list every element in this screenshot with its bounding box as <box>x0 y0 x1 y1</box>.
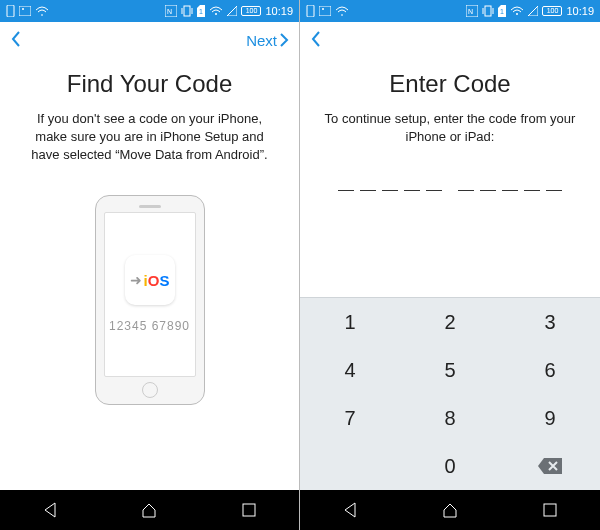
status-bar: N 1 100 10:19 <box>300 0 600 22</box>
next-label: Next <box>246 32 277 49</box>
backspace-key[interactable] <box>500 442 600 490</box>
key-9[interactable]: 9 <box>500 394 600 442</box>
key-2[interactable]: 2 <box>400 298 500 346</box>
nav-bar: Next <box>0 22 299 58</box>
battery-icon: 100 <box>241 6 261 16</box>
next-button[interactable]: Next <box>246 32 289 49</box>
nfc-icon: N <box>466 5 478 17</box>
find-code-screen: N 1 100 10:19 Next Find Your Code If you… <box>0 0 300 530</box>
svg-rect-0 <box>7 5 14 17</box>
svg-rect-5 <box>184 6 190 16</box>
ios-app-icon: ➜ iOS <box>125 255 175 305</box>
svg-text:1: 1 <box>199 8 203 15</box>
page-subtitle: If you don't see a code on your iPhone, … <box>22 110 277 165</box>
key-3[interactable]: 3 <box>500 298 600 346</box>
sim-icon: 1 <box>197 5 205 17</box>
nfc-icon: N <box>165 5 177 17</box>
page-title: Enter Code <box>389 70 510 98</box>
clock: 10:19 <box>566 5 594 17</box>
key-0[interactable]: 0 <box>400 442 500 490</box>
back-button[interactable] <box>10 30 22 51</box>
sim-icon: 1 <box>498 5 506 17</box>
key-blank <box>300 442 400 490</box>
phone-illustration: ➜ iOS 12345 67890 <box>95 195 205 405</box>
wifi-icon <box>335 6 349 16</box>
back-button[interactable] <box>310 30 322 51</box>
recent-nav-icon[interactable] <box>240 501 258 519</box>
home-nav-icon[interactable] <box>441 501 459 519</box>
key-7[interactable]: 7 <box>300 394 400 442</box>
recent-nav-icon[interactable] <box>541 501 559 519</box>
battery-icon: 100 <box>542 6 562 16</box>
image-icon <box>19 6 31 16</box>
svg-rect-1 <box>19 6 31 16</box>
vibrate-icon <box>181 5 193 17</box>
vibrate-icon <box>482 5 494 17</box>
svg-rect-10 <box>243 504 255 516</box>
svg-text:1: 1 <box>500 8 504 15</box>
enter-code-screen: N 1 100 10:19 Enter Code To continue set… <box>300 0 600 530</box>
status-bar: N 1 100 10:19 <box>0 0 299 22</box>
android-nav-bar <box>0 490 299 530</box>
arrow-icon: ➜ <box>130 272 142 288</box>
code-input[interactable] <box>338 190 562 191</box>
page-title: Find Your Code <box>67 70 232 98</box>
backspace-icon <box>537 457 563 475</box>
svg-rect-12 <box>319 6 331 16</box>
wifi-icon-2 <box>510 6 524 16</box>
svg-rect-11 <box>307 5 314 17</box>
svg-rect-16 <box>485 6 491 16</box>
svg-text:N: N <box>167 8 172 15</box>
signal-icon <box>528 6 538 16</box>
page-subtitle: To continue setup, enter the code from y… <box>322 110 578 146</box>
sample-code: 12345 67890 <box>109 319 190 333</box>
home-button-icon <box>142 382 158 398</box>
key-8[interactable]: 8 <box>400 394 500 442</box>
key-4[interactable]: 4 <box>300 346 400 394</box>
phone-icon <box>6 5 15 17</box>
svg-point-2 <box>22 8 24 10</box>
clock: 10:19 <box>265 5 293 17</box>
image-icon <box>319 6 331 16</box>
svg-point-13 <box>322 8 324 10</box>
svg-point-20 <box>516 13 518 15</box>
svg-text:N: N <box>468 8 473 15</box>
home-nav-icon[interactable] <box>140 501 158 519</box>
phone-icon <box>306 5 315 17</box>
key-1[interactable]: 1 <box>300 298 400 346</box>
key-6[interactable]: 6 <box>500 346 600 394</box>
svg-rect-21 <box>544 504 556 516</box>
numeric-keypad: 1 2 3 4 5 6 7 8 9 0 <box>300 297 600 490</box>
key-5[interactable]: 5 <box>400 346 500 394</box>
android-nav-bar <box>300 490 600 530</box>
signal-icon <box>227 6 237 16</box>
svg-point-9 <box>215 13 217 15</box>
wifi-icon-2 <box>209 6 223 16</box>
back-nav-icon[interactable] <box>341 501 359 519</box>
wifi-icon <box>35 6 49 16</box>
nav-bar <box>300 22 600 58</box>
back-nav-icon[interactable] <box>41 501 59 519</box>
